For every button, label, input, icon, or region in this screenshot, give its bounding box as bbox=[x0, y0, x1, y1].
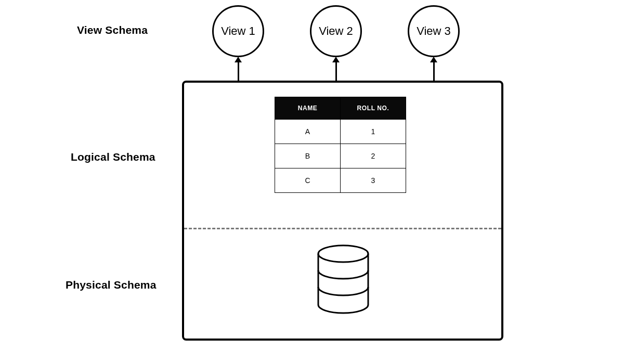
table-header-roll: ROLL NO. bbox=[341, 97, 406, 120]
cell-roll: 3 bbox=[341, 168, 406, 193]
schema-divider bbox=[184, 228, 501, 229]
view-2-text: View 2 bbox=[319, 24, 353, 38]
table-header-name: NAME bbox=[275, 97, 341, 120]
table-header-row: NAME ROLL NO. bbox=[275, 97, 406, 120]
cell-name: A bbox=[275, 120, 341, 144]
cell-roll: 1 bbox=[341, 120, 406, 144]
view-1-text: View 1 bbox=[221, 24, 255, 38]
arrow-to-view-1 bbox=[238, 61, 239, 81]
database-icon bbox=[316, 244, 370, 316]
view-3-circle: View 3 bbox=[408, 5, 460, 57]
view-2-circle: View 2 bbox=[310, 5, 362, 57]
arrow-to-view-3 bbox=[433, 61, 435, 81]
cell-name: B bbox=[275, 144, 341, 168]
view-1-circle: View 1 bbox=[212, 5, 264, 57]
cell-name: C bbox=[275, 168, 341, 193]
table-row: A 1 bbox=[275, 120, 406, 144]
cell-roll: 2 bbox=[341, 144, 406, 168]
physical-schema-label: Physical Schema bbox=[66, 279, 157, 291]
view-3-text: View 3 bbox=[417, 24, 451, 38]
table-row: C 3 bbox=[275, 168, 406, 193]
svg-point-0 bbox=[318, 245, 368, 262]
arrow-to-view-2 bbox=[335, 61, 337, 81]
table-row: B 2 bbox=[275, 144, 406, 168]
view-schema-label: View Schema bbox=[77, 24, 148, 36]
logical-schema-label: Logical Schema bbox=[71, 151, 155, 163]
schema-table: NAME ROLL NO. A 1 B 2 C 3 bbox=[275, 97, 406, 193]
